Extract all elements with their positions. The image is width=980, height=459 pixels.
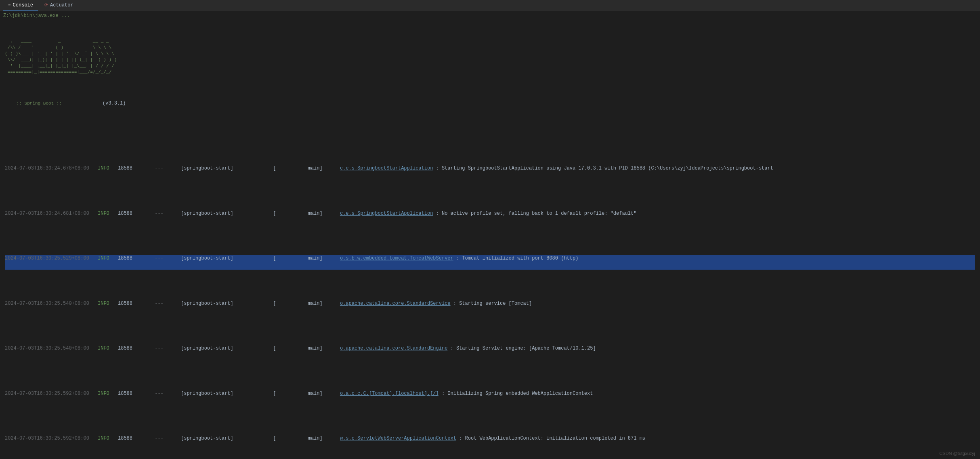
log-line-7: 2024-07-03T16:30:25.592+08:00 INFO 18588… bbox=[5, 435, 975, 450]
log-line-4: 2024-07-03T16:30:25.540+08:00 INFO 18588… bbox=[5, 300, 975, 315]
log-section: 2024-07-03T16:30:24.678+08:00 INFO 18588… bbox=[5, 135, 975, 459]
console-icon: ≡ bbox=[8, 3, 11, 8]
tab-actuator[interactable]: ⟳ Actuator bbox=[40, 0, 78, 11]
tab-console[interactable]: ≡ Console bbox=[3, 0, 38, 11]
log-line-1: 2024-07-03T16:30:24.678+08:00 INFO 18588… bbox=[5, 165, 975, 180]
log-line-5: 2024-07-03T16:30:25.540+08:00 INFO 18588… bbox=[5, 345, 975, 360]
cmd-line: Z:\jdk\bin\java.exe ... bbox=[0, 11, 980, 20]
tab-bar: ≡ Console ⟳ Actuator bbox=[0, 0, 980, 11]
watermark: CSDN @tutgxuzyj bbox=[939, 451, 975, 456]
actuator-icon: ⟳ bbox=[44, 2, 48, 8]
console-content: . ____ _ __ _ _ /\\ / ___'_ __ _ _(_)_ _… bbox=[0, 20, 980, 459]
actuator-label: Actuator bbox=[50, 2, 73, 8]
log-line-3: 2024-07-03T16:30:25.529+08:00 INFO 18588… bbox=[5, 255, 975, 270]
log-line-6: 2024-07-03T16:30:25.592+08:00 INFO 18588… bbox=[5, 390, 975, 405]
spring-banner: . ____ _ __ _ _ /\\ / ___'_ __ _ _(_)_ _… bbox=[5, 38, 975, 75]
spring-header: :: Spring Boot :: (v3.3.1) bbox=[5, 92, 975, 115]
console-label: Console bbox=[13, 2, 33, 8]
log-line-2: 2024-07-03T16:30:24.681+08:00 INFO 18588… bbox=[5, 210, 975, 225]
